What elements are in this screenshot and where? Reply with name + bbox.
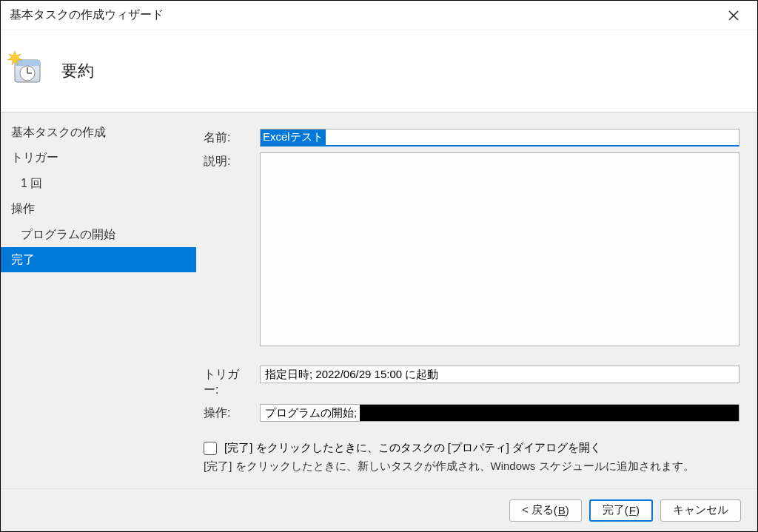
wizard-sidebar: 基本タスクの作成 トリガー 1 回 操作 プログラムの開始 完了 (1, 112, 196, 488)
wizard-window: 基本タスクの作成ウィザード (0, 0, 758, 532)
finish-button[interactable]: 完了(F) (589, 499, 653, 522)
finish-hint: [完了] をクリックしたときに、新しいタスクが作成され、Windows スケジュ… (204, 459, 739, 474)
open-properties-checkbox[interactable] (204, 442, 217, 455)
wizard-content: 名前: Excelテスト 説明: トリガー: 指定日時; 2022/06/29 … (196, 112, 757, 488)
description-field[interactable] (260, 152, 739, 346)
wizard-body: 基本タスクの作成 トリガー 1 回 操作 プログラムの開始 完了 名前: Exc… (1, 112, 757, 488)
sidebar-item-start-program[interactable]: プログラムの開始 (1, 222, 196, 247)
action-field: プログラムの開始; (260, 404, 739, 422)
wizard-icon (10, 54, 44, 88)
page-title: 要約 (61, 60, 94, 82)
name-row: 名前: Excelテスト (204, 129, 739, 147)
action-row: 操作: プログラムの開始; (204, 404, 739, 422)
open-properties-row[interactable]: [完了] をクリックしたときに、このタスクの [プロパティ] ダイアログを開く (204, 441, 739, 455)
open-properties-label: [完了] をクリックしたときに、このタスクの [プロパティ] ダイアログを開く (224, 441, 601, 455)
description-row: 説明: (204, 152, 739, 346)
back-button[interactable]: < 戻る(B) (509, 499, 582, 522)
name-value: Excelテスト (261, 129, 326, 145)
svg-marker-7 (7, 51, 22, 65)
sidebar-item-create[interactable]: 基本タスクの作成 (1, 120, 196, 145)
trigger-row: トリガー: 指定日時; 2022/06/29 15:00 に起動 (204, 366, 739, 398)
action-value: プログラムの開始; (265, 406, 357, 420)
description-label: 説明: (204, 152, 248, 169)
window-title: 基本タスクの作成ウィザード (10, 7, 719, 23)
sidebar-item-action[interactable]: 操作 (1, 196, 196, 221)
new-star-icon (7, 51, 22, 66)
sidebar-item-finish[interactable]: 完了 (1, 247, 196, 272)
name-label: 名前: (204, 129, 248, 146)
sidebar-item-trigger[interactable]: トリガー (1, 145, 196, 170)
trigger-value: 指定日時; 2022/06/29 15:00 に起動 (265, 368, 438, 382)
action-label: 操作: (204, 404, 248, 421)
action-redacted (360, 405, 739, 421)
close-icon (728, 10, 739, 21)
title-bar: 基本タスクの作成ウィザード (1, 1, 757, 30)
wizard-footer: < 戻る(B) 完了(F) キャンセル (1, 488, 757, 531)
sidebar-item-once[interactable]: 1 回 (1, 171, 196, 196)
close-button[interactable] (719, 1, 748, 30)
name-field[interactable]: Excelテスト (260, 129, 739, 147)
cancel-button[interactable]: キャンセル (660, 499, 741, 522)
wizard-header: 要約 (1, 30, 757, 112)
trigger-label: トリガー: (204, 366, 248, 398)
trigger-field: 指定日時; 2022/06/29 15:00 に起動 (260, 366, 739, 383)
